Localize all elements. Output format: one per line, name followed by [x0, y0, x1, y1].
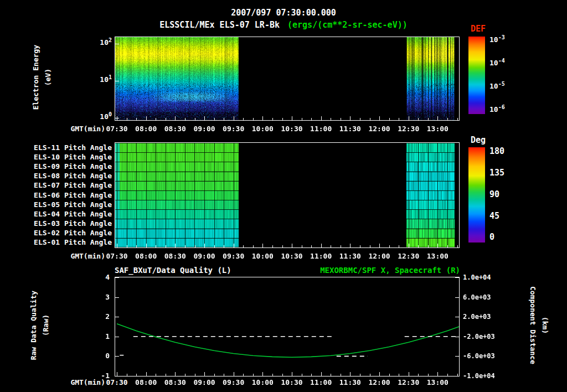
x-axis-tick: [204, 244, 205, 247]
x-axis-tick: [409, 116, 409, 120]
electron-energy-spectrogram-canvas: [115, 37, 459, 120]
component-distance-axis-label-line1: Component Distance: [529, 265, 537, 386]
x-axis-tick: [175, 116, 176, 120]
pitch-row-label: ELS-08 Pitch Angle: [4, 172, 112, 180]
x-axis-tick: [262, 116, 263, 120]
distance-ytick-label: 2.0e+03: [463, 312, 507, 321]
x-axis-tick: [146, 116, 147, 120]
x-axis-tick: [117, 244, 117, 247]
line-panel-titles: SAF_BXuT/Data Quality (L) MEXORBMC/SPF X…: [115, 266, 460, 275]
time-tick-label: 12:30: [392, 252, 425, 261]
time-tick-label: 11:00: [305, 125, 338, 133]
x-axis-tick: [166, 245, 166, 247]
x-axis-tick: [389, 118, 390, 120]
pitch-row-label: ELS-05 Pitch Angle: [4, 200, 112, 209]
time-tick-label: 10:00: [246, 252, 279, 261]
pitch-row-label: ELS-06 Pitch Angle: [4, 191, 112, 200]
pitch-row-label: ELS-02 Pitch Angle: [4, 229, 112, 238]
y-axis-tick: [115, 376, 119, 376]
pitch-row-label: ELS-07 Pitch Angle: [4, 181, 112, 190]
deg-colorbar-tick-label: 0: [489, 233, 523, 241]
deg-colorbar-title: Deg: [471, 136, 486, 145]
x-axis-tick: [457, 118, 458, 120]
time-tick-label: 10:30: [275, 125, 308, 133]
energy-axis-label-line2: (eV): [44, 17, 52, 138]
x-axis-tick: [302, 245, 302, 247]
x-axis-tick: [311, 245, 312, 247]
pitch-angle-canvas: [115, 143, 459, 247]
deg-colorbar: [468, 147, 485, 243]
time-tick-label: 08:30: [158, 252, 192, 261]
x-axis-tick: [399, 118, 399, 120]
science-plot-page: 2007/097 07:30:00.000 ELSSCIL/MEx ELS-07…: [0, 0, 567, 392]
time-tick-label: 07:30: [100, 125, 133, 133]
time-tick-label: 12:00: [363, 125, 396, 133]
time-tick-label: 13:00: [421, 252, 454, 261]
x-axis-tick: [253, 118, 254, 120]
quality-ytick-label: 2: [84, 312, 110, 321]
distance-ytick-label: 1.0e+04: [463, 273, 507, 282]
time-tick-label: 09:00: [188, 125, 221, 133]
pitch-row-label: ELS-03 Pitch Angle: [4, 219, 112, 228]
x-axis-tick: [379, 116, 380, 120]
distance-ytick-label: -6.0e+03: [463, 352, 507, 360]
x-axis-tick: [156, 245, 156, 247]
raw-quality-axis-label-line1: Raw Data Quality: [29, 265, 38, 386]
time-tick-label: 12:00: [363, 252, 396, 261]
time-tick-label: 10:30: [275, 252, 308, 261]
x-axis-tick: [136, 245, 137, 247]
x-axis-tick: [437, 244, 438, 247]
x-axis-tick: [224, 245, 224, 247]
time-tick-label: 13:00: [421, 125, 454, 133]
energy-axis-label-line1: Electron Energy: [32, 17, 40, 138]
x-axis-tick: [379, 244, 380, 247]
def-colorbar-tick-label: 10-4: [489, 59, 528, 68]
x-axis-tick: [321, 244, 322, 247]
plot-title-units: (ergs/(cm**2-sr-sec-eV)): [287, 20, 408, 30]
time-tick-label: 10:00: [246, 125, 279, 133]
x-axis-tick: [360, 118, 360, 120]
x-axis-tick: [185, 118, 185, 120]
x-axis-tick: [253, 245, 254, 247]
def-colorbar-tick-label: 10-6: [489, 105, 528, 115]
energy-ytick-label: 100: [83, 112, 112, 122]
component-distance-axis-label-line2: (km): [541, 265, 549, 386]
distance-ytick-label: -2.0e+03: [463, 332, 507, 341]
x-axis-tick: [457, 245, 458, 247]
x-axis-tick: [399, 245, 399, 247]
x-axis-tick: [204, 116, 205, 120]
distance-ytick-label: 6.0e+03: [463, 293, 507, 302]
line-title-right: MEXORBMC/SPF X, Spacecraft (R): [320, 266, 460, 275]
pitch-row-label: ELS-10 Pitch Angle: [4, 153, 112, 162]
pitch-row-label: ELS-11 Pitch Angle: [4, 143, 112, 152]
x-axis-tick: [292, 116, 292, 120]
x-axis-tick: [175, 244, 176, 247]
x-axis-tick: [127, 245, 127, 247]
energy-ytick-label: 102: [83, 38, 112, 48]
time-tick-label: 09:00: [188, 252, 221, 261]
line-title-left: SAF_BXuT/Data Quality (L): [115, 266, 231, 275]
y-axis-tick: [115, 44, 119, 44]
y-axis-tick: [455, 376, 459, 376]
pitch-row-label: ELS-01 Pitch Angle: [4, 238, 112, 247]
pitch-row-label: ELS-09 Pitch Angle: [4, 162, 112, 171]
gmt-label-2: GMT(min): [28, 252, 105, 261]
x-axis-tick: [341, 118, 341, 120]
gmt-label-1: GMT(min): [28, 125, 105, 133]
time-tick-label: 08:00: [130, 125, 163, 133]
x-axis-tick: [282, 245, 283, 247]
spacecraft-x-curve: [117, 324, 459, 358]
x-axis-tick: [127, 118, 127, 120]
time-tick-label: 12:00: [363, 378, 396, 387]
x-axis-tick: [156, 118, 156, 120]
x-axis-tick: [370, 245, 370, 247]
x-axis-tick: [389, 245, 390, 247]
time-tick-label: 13:00: [421, 378, 454, 387]
time-tick-label: 08:30: [158, 378, 192, 387]
x-axis-tick: [428, 118, 429, 120]
distance-ytick-label: -1.0e+04: [463, 372, 507, 380]
x-axis-tick: [331, 118, 331, 120]
energy-ytick-label: 101: [83, 75, 112, 85]
x-axis-tick: [292, 244, 292, 247]
time-tick-label: 09:00: [188, 378, 221, 387]
